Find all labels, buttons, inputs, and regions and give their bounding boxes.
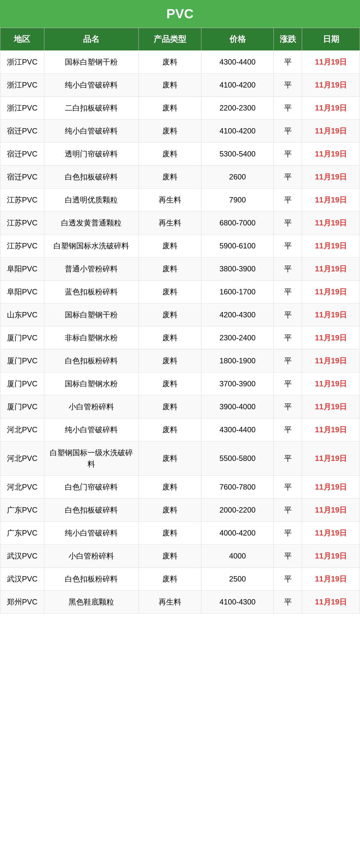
cell-region: 浙江PVC (0, 97, 44, 120)
table-row: 宿迁PVC白色扣板破碎料废料2600平11月19日 (0, 165, 360, 189)
cell-region: 厦门PVC (0, 372, 44, 396)
table-row: 浙江PVC纯小白管破碎料废料4100-4200平11月19日 (0, 74, 360, 97)
cell-type: 废料 (138, 257, 201, 281)
cell-change: 平 (274, 143, 302, 165)
cell-change: 平 (274, 522, 302, 545)
cell-price: 5500-5800 (201, 441, 274, 476)
page-title: PVC (0, 0, 360, 28)
cell-date: 11月19日 (302, 235, 360, 257)
cell-change: 平 (274, 372, 302, 396)
table-row: 江苏PVC白透明优质颗粒再生料7900平11月19日 (0, 189, 360, 212)
cell-price: 4100-4200 (201, 74, 274, 97)
cell-date: 11月19日 (302, 304, 360, 327)
header-date: 日期 (302, 28, 360, 51)
table-row: 河北PVC白塑钢国标一级水洗破碎料废料5500-5800平11月19日 (0, 441, 360, 476)
cell-date: 11月19日 (302, 372, 360, 396)
cell-price: 6800-7000 (201, 212, 274, 235)
cell-region: 厦门PVC (0, 327, 44, 349)
cell-price: 3700-3900 (201, 372, 274, 396)
cell-region: 宿迁PVC (0, 143, 44, 165)
cell-change: 平 (274, 235, 302, 257)
cell-date: 11月19日 (302, 97, 360, 120)
cell-date: 11月19日 (302, 396, 360, 418)
cell-region: 江苏PVC (0, 212, 44, 235)
cell-region: 河北PVC (0, 418, 44, 441)
cell-price: 4200-4300 (201, 304, 274, 327)
cell-price: 2500 (201, 568, 274, 591)
table-header-row: 地区 品名 产品类型 价格 涨跌 日期 (0, 28, 360, 51)
cell-name: 白色扣板粉碎料 (44, 349, 138, 372)
table-row: 厦门PVC非标白塑钢水粉废料2300-2400平11月19日 (0, 327, 360, 349)
cell-change: 平 (274, 545, 302, 568)
cell-date: 11月19日 (302, 522, 360, 545)
cell-change: 平 (274, 396, 302, 418)
cell-type: 废料 (138, 281, 201, 304)
cell-name: 白色门帘破碎料 (44, 476, 138, 499)
cell-region: 山东PVC (0, 304, 44, 327)
cell-name: 透明门帘破碎料 (44, 143, 138, 165)
cell-name: 纯小白管破碎料 (44, 522, 138, 545)
cell-price: 4100-4200 (201, 120, 274, 143)
table-row: 广东PVC白色扣板破碎料废料2000-2200平11月19日 (0, 499, 360, 522)
cell-name: 白塑钢国标水洗破碎料 (44, 235, 138, 257)
cell-date: 11月19日 (302, 545, 360, 568)
cell-price: 4300-4400 (201, 51, 274, 74)
cell-type: 再生料 (138, 189, 201, 212)
cell-change: 平 (274, 120, 302, 143)
cell-type: 废料 (138, 74, 201, 97)
table-row: 浙江PVC二白扣板破碎料废料2200-2300平11月19日 (0, 97, 360, 120)
cell-name: 国标白塑钢干粉 (44, 304, 138, 327)
table-row: 河北PVC纯小白管破碎料废料4300-4400平11月19日 (0, 418, 360, 441)
table-row: 厦门PVC白色扣板粉碎料废料1800-1900平11月19日 (0, 349, 360, 372)
cell-price: 5900-6100 (201, 235, 274, 257)
cell-date: 11月19日 (302, 189, 360, 212)
cell-price: 4000-4200 (201, 522, 274, 545)
cell-type: 废料 (138, 522, 201, 545)
cell-date: 11月19日 (302, 499, 360, 522)
cell-region: 河北PVC (0, 476, 44, 499)
cell-name: 白透发黄普通颗粒 (44, 212, 138, 235)
cell-price: 7600-7800 (201, 476, 274, 499)
table-row: 郑州PVC黑色鞋底颗粒再生料4100-4300平11月19日 (0, 591, 360, 614)
cell-region: 武汉PVC (0, 545, 44, 568)
cell-date: 11月19日 (302, 74, 360, 97)
table-row: 阜阳PVC普通小管粉碎料废料3800-3900平11月19日 (0, 257, 360, 281)
cell-name: 白塑钢国标一级水洗破碎料 (44, 441, 138, 476)
cell-region: 浙江PVC (0, 51, 44, 74)
cell-date: 11月19日 (302, 327, 360, 349)
cell-region: 厦门PVC (0, 349, 44, 372)
cell-date: 11月19日 (302, 281, 360, 304)
cell-price: 2000-2200 (201, 499, 274, 522)
cell-type: 废料 (138, 165, 201, 189)
cell-price: 4000 (201, 545, 274, 568)
cell-date: 11月19日 (302, 51, 360, 74)
cell-price: 7900 (201, 189, 274, 212)
cell-date: 11月19日 (302, 476, 360, 499)
cell-date: 11月19日 (302, 212, 360, 235)
cell-name: 非标白塑钢水粉 (44, 327, 138, 349)
cell-date: 11月19日 (302, 441, 360, 476)
cell-name: 国标白塑钢水粉 (44, 372, 138, 396)
cell-change: 平 (274, 441, 302, 476)
cell-change: 平 (274, 281, 302, 304)
cell-type: 废料 (138, 349, 201, 372)
cell-region: 宿迁PVC (0, 120, 44, 143)
cell-change: 平 (274, 304, 302, 327)
cell-change: 平 (274, 189, 302, 212)
cell-type: 废料 (138, 143, 201, 165)
cell-region: 河北PVC (0, 441, 44, 476)
cell-name: 小白管粉碎料 (44, 396, 138, 418)
header-region: 地区 (0, 28, 44, 51)
cell-name: 普通小管粉碎料 (44, 257, 138, 281)
header-name: 品名 (44, 28, 138, 51)
cell-type: 废料 (138, 97, 201, 120)
cell-change: 平 (274, 165, 302, 189)
cell-price: 1600-1700 (201, 281, 274, 304)
table-row: 武汉PVC白色扣板粉碎料废料2500平11月19日 (0, 568, 360, 591)
cell-name: 国标白塑钢干粉 (44, 51, 138, 74)
cell-name: 蓝色扣板粉碎料 (44, 281, 138, 304)
cell-name: 纯小白管破碎料 (44, 120, 138, 143)
cell-change: 平 (274, 568, 302, 591)
cell-name: 二白扣板破碎料 (44, 97, 138, 120)
cell-date: 11月19日 (302, 349, 360, 372)
